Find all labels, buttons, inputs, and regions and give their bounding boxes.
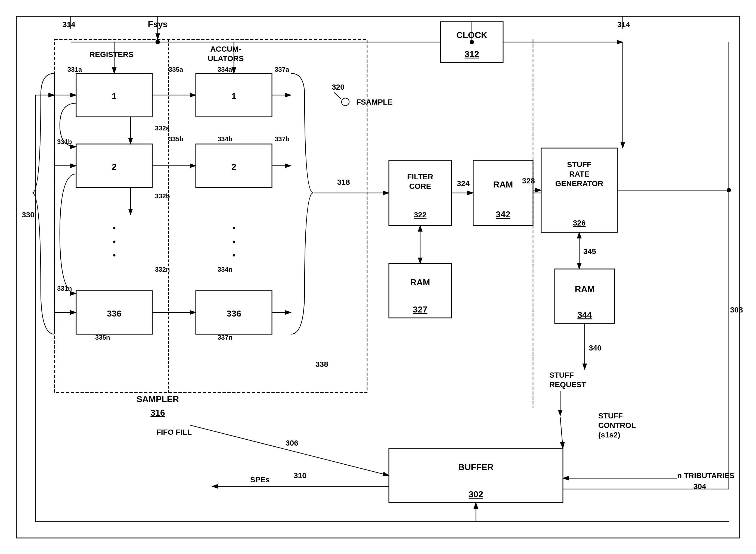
ref334a: 334a <box>217 66 232 73</box>
svg-line-36 <box>190 425 389 476</box>
accum-label1: ACCUM- <box>210 45 241 53</box>
srg-label3: GENERATOR <box>555 179 603 188</box>
ref337b: 337b <box>275 135 290 143</box>
acc2-label: 2 <box>232 162 236 172</box>
acc1-label: 1 <box>232 91 236 101</box>
ram342-label: RAM <box>493 180 513 189</box>
srg-label2: RATE <box>569 170 589 178</box>
ram344-ref: 344 <box>577 310 592 320</box>
ref334n: 334n <box>217 266 233 273</box>
filter-core-label1: FILTER <box>407 172 433 181</box>
stuff-control-sub: (s1s2) <box>598 431 620 439</box>
ref337a: 337a <box>275 66 289 73</box>
regn-label: 336 <box>107 309 121 319</box>
ram327-ref: 327 <box>413 304 427 314</box>
svg-line-32 <box>560 417 563 448</box>
srg-ref: 326 <box>573 219 586 227</box>
fsample-ref: 320 <box>332 83 345 91</box>
ref334b: 334b <box>217 135 233 143</box>
ref340: 340 <box>589 344 602 352</box>
filter-core-ref: 322 <box>414 211 427 219</box>
n-tributaries-label: n TRIBUTARIES <box>677 472 735 480</box>
dots2-reg: • <box>113 237 115 246</box>
ram342-ref: 342 <box>496 210 510 219</box>
svg-point-12 <box>156 40 160 44</box>
stuff-control-label2: CONTROL <box>598 421 636 430</box>
dots2-acc: • <box>232 237 235 246</box>
ref318: 318 <box>337 178 350 186</box>
stuff-control-label: STUFF <box>598 411 623 420</box>
left-brace <box>33 73 54 334</box>
ref330: 330 <box>22 211 35 219</box>
ref345: 345 <box>583 247 596 256</box>
spes-label: SPEs <box>250 476 270 484</box>
ref337n: 337n <box>217 334 233 341</box>
accum-label2: ULATORS <box>208 54 244 63</box>
ref335b: 335b <box>168 135 184 143</box>
stuff-request-label: STUFF <box>549 371 574 379</box>
ref314-right: 314 <box>617 20 630 29</box>
ref332b: 332b <box>155 192 170 200</box>
sampler-ref: 316 <box>150 408 165 418</box>
fsample-label: FSAMPLE <box>356 98 393 106</box>
ref331a: 331a <box>67 66 82 73</box>
right-brace <box>291 73 313 334</box>
dots1-reg: • <box>113 223 115 233</box>
accn-label: 336 <box>226 309 241 319</box>
srg-label1: STUFF <box>567 160 592 169</box>
ref324: 324 <box>457 179 470 188</box>
dots3-reg: • <box>113 250 115 260</box>
ref306: 306 <box>286 439 298 447</box>
stuff-request-label2: REQUEST <box>549 380 586 389</box>
ref332n: 332n <box>155 266 170 273</box>
ref332a: 332a <box>155 124 170 132</box>
svg-point-51 <box>726 188 731 192</box>
dots1-acc: • <box>232 223 235 233</box>
ram344-label: RAM <box>575 284 595 294</box>
dots3-acc: • <box>232 250 235 260</box>
filter-core-label2: CORE <box>409 182 431 190</box>
ref338: 338 <box>315 360 328 369</box>
reg2-label: 2 <box>112 162 117 172</box>
ref310: 310 <box>294 472 306 480</box>
buffer-ref: 302 <box>468 489 483 499</box>
ref335a: 335a <box>168 66 183 73</box>
fifo-fill-label: FIFO FILL <box>156 428 192 436</box>
svg-line-5 <box>334 92 341 99</box>
sampler-label: SAMPLER <box>137 394 179 404</box>
reg1-label: 1 <box>112 91 117 101</box>
buffer-label: BUFFER <box>458 462 494 472</box>
ram327-label: RAM <box>410 277 430 287</box>
clock-ref: 312 <box>464 49 479 59</box>
registers-label: REGISTERS <box>90 50 134 59</box>
ref314-left: 314 <box>62 20 75 29</box>
ref335n: 335n <box>95 334 110 341</box>
ref308: 308 <box>730 306 743 314</box>
ref304: 304 <box>694 482 706 491</box>
fsample-circle <box>342 98 349 106</box>
